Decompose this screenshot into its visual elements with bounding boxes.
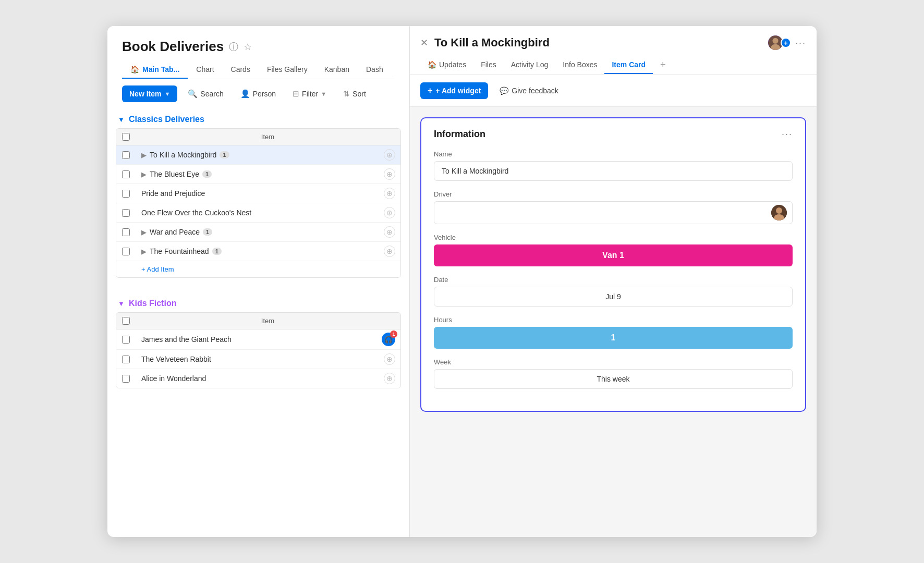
new-item-button[interactable]: New Item ▼	[122, 85, 177, 102]
table-row[interactable]: ▶ The Fountainhead 1 ⊕	[116, 242, 400, 261]
tab-cards[interactable]: Cards	[223, 61, 259, 79]
row-checkbox-5[interactable]	[122, 228, 130, 236]
driver-avatar	[771, 205, 787, 221]
group-classics-header[interactable]: ▼ Classics Deliveries	[107, 108, 409, 128]
row-checkbox-8[interactable]	[122, 356, 130, 363]
right-header: ✕ To Kill a Mockingbird +	[410, 26, 817, 75]
expand-icon-6[interactable]: ▶	[141, 248, 147, 255]
row-checkbox-1[interactable]	[122, 151, 130, 159]
tab-item-card[interactable]: Item Card	[604, 56, 653, 74]
date-value[interactable]: Jul 9	[434, 287, 793, 307]
table-row[interactable]: The Velveteen Rabbit ⊕	[116, 350, 400, 369]
tab-kanban[interactable]: Kanban	[316, 61, 358, 79]
sort-icon: ⇅	[343, 89, 350, 99]
app-title: Book Deliveries	[122, 39, 224, 55]
row-checkbox-6[interactable]	[122, 248, 130, 255]
add-tab-icon[interactable]: +	[655, 55, 671, 75]
home-icon: 🏠	[130, 65, 139, 74]
add-widget-button[interactable]: + + Add widget	[420, 82, 488, 99]
add-subitem-icon-6[interactable]: ⊕	[384, 246, 395, 257]
row-checkbox-2[interactable]	[122, 170, 130, 178]
new-item-chevron-icon: ▼	[164, 91, 170, 97]
expand-icon-2[interactable]: ▶	[141, 170, 147, 178]
tab-updates[interactable]: 🏠 Updates	[420, 56, 473, 74]
date-label: Date	[434, 276, 793, 284]
add-subitem-icon-8[interactable]: ⊕	[384, 353, 395, 365]
driver-field[interactable]	[434, 201, 793, 224]
filter-icon: ⊟	[293, 89, 299, 99]
toolbar: New Item ▼ 🔍 Search 👤 Person ⊟ Filter ▼	[107, 79, 409, 108]
info-card-title: Information	[434, 129, 485, 140]
kids-table: Item James and the Giant Peach 🎧	[116, 312, 401, 388]
info-card-more-icon[interactable]: ···	[782, 129, 793, 140]
tab-activity-log[interactable]: Activity Log	[504, 56, 556, 74]
week-field-group: Week This week	[434, 358, 793, 389]
table-row[interactable]: ▶ The Bluest Eye 1 ⊕	[116, 165, 400, 184]
add-subitem-icon-5[interactable]: ⊕	[384, 226, 395, 238]
avatar-plus-icon[interactable]: +	[781, 38, 791, 48]
name-field-group: Name	[434, 150, 793, 181]
add-subitem-icon-1[interactable]: ⊕	[384, 149, 395, 161]
kids-item-header: Item	[135, 313, 400, 329]
tab-files-gallery[interactable]: Files Gallery	[259, 61, 316, 79]
week-label: Week	[434, 358, 793, 366]
info-icon[interactable]: ⓘ	[229, 41, 238, 53]
search-button[interactable]: 🔍 Search	[181, 85, 229, 102]
table-row[interactable]: James and the Giant Peach 🎧 1	[116, 329, 400, 350]
table-area: ▼ Classics Deliveries Item ▶ To Kill a M…	[107, 108, 409, 537]
info-card-area: Information ··· Name Driver	[410, 107, 817, 537]
kids-header-checkbox[interactable]	[122, 317, 130, 325]
nav-tabs: 🏠 Main Tab... Chart Cards Files Gallery …	[122, 61, 395, 79]
search-icon: 🔍	[188, 89, 198, 99]
right-header-actions: + ···	[767, 34, 806, 51]
week-value[interactable]: This week	[434, 369, 793, 389]
classics-header-checkbox[interactable]	[122, 133, 130, 141]
tab-files[interactable]: Files	[473, 56, 504, 74]
row-checkbox-4[interactable]	[122, 209, 130, 217]
add-subitem-icon-9[interactable]: ⊕	[384, 373, 395, 384]
expand-icon-5[interactable]: ▶	[141, 228, 147, 236]
app-header: Book Deliveries ⓘ ☆ 🏠 Main Tab... Chart …	[107, 26, 409, 79]
headphone-badge: 1	[390, 331, 397, 338]
row-checkbox-9[interactable]	[122, 375, 130, 383]
row-checkbox-7[interactable]	[122, 336, 130, 344]
person-button[interactable]: 👤 Person	[234, 85, 282, 102]
more-options-icon[interactable]: ···	[795, 38, 806, 48]
classics-table: Item ▶ To Kill a Mockingbird 1 ⊕	[116, 128, 401, 278]
table-row[interactable]: ▶ To Kill a Mockingbird 1 ⊕	[116, 145, 400, 165]
info-card-header: Information ···	[434, 129, 793, 140]
table-row[interactable]: One Flew Over the Cuckoo's Nest ⊕	[116, 203, 400, 223]
star-icon[interactable]: ☆	[244, 41, 252, 53]
sort-button[interactable]: ⇅ Sort	[337, 85, 372, 102]
date-field-group: Date Jul 9	[434, 276, 793, 307]
group-kids-header[interactable]: ▼ Kids Fiction	[107, 292, 409, 312]
driver-field-group: Driver	[434, 190, 793, 224]
hours-value[interactable]: 1	[434, 327, 793, 349]
tab-info-boxes[interactable]: Info Boxes	[555, 56, 604, 74]
table-row[interactable]: Pride and Prejudice ⊕	[116, 184, 400, 203]
hours-field-group: Hours 1	[434, 316, 793, 349]
vehicle-field-group: Vehicle Van 1	[434, 234, 793, 266]
classics-table-header: Item	[116, 129, 400, 145]
right-panel: ✕ To Kill a Mockingbird +	[410, 26, 817, 537]
tab-main[interactable]: 🏠 Main Tab...	[122, 61, 188, 79]
kids-table-header: Item	[116, 313, 400, 329]
give-feedback-button[interactable]: 💬 Give feedback	[493, 83, 565, 99]
filter-chevron-icon: ▼	[321, 91, 326, 97]
row-checkbox-3[interactable]	[122, 190, 130, 198]
table-row[interactable]: ▶ War and Peace 1 ⊕	[116, 223, 400, 242]
add-item-classics[interactable]: + Add Item	[116, 261, 400, 277]
add-subitem-icon-2[interactable]: ⊕	[384, 168, 395, 180]
add-subitem-icon-3[interactable]: ⊕	[384, 188, 395, 199]
filter-button[interactable]: ⊟ Filter ▼	[286, 85, 333, 102]
tab-chart[interactable]: Chart	[188, 61, 222, 79]
name-input[interactable]	[434, 161, 793, 181]
tab-dash[interactable]: Dash	[358, 61, 392, 79]
info-card: Information ··· Name Driver	[420, 117, 806, 412]
close-icon[interactable]: ✕	[420, 37, 428, 48]
add-subitem-icon-4[interactable]: ⊕	[384, 207, 395, 218]
table-row[interactable]: Alice in Wonderland ⊕	[116, 369, 400, 388]
feedback-icon: 💬	[500, 87, 508, 95]
expand-icon-1[interactable]: ▶	[141, 151, 147, 159]
vehicle-value[interactable]: Van 1	[434, 244, 793, 266]
